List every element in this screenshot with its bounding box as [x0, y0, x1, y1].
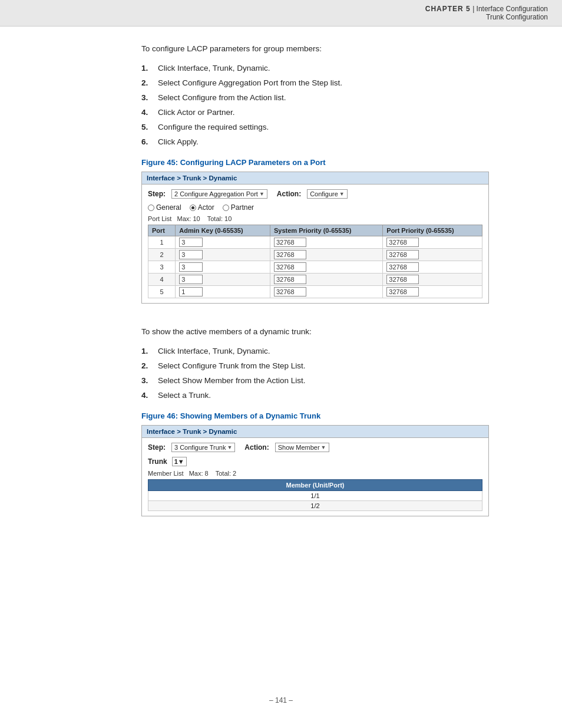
cell-port: 2 [148, 249, 176, 261]
radio-general[interactable]: General [148, 203, 181, 212]
main-content: To configure LACP parameters for group m… [0, 27, 562, 547]
radio-label-actor: Actor [198, 203, 214, 212]
cell-sys-priority[interactable]: 32768 [270, 249, 382, 261]
steps-list-2: 1. Click Interface, Trunk, Dynamic. 2. S… [141, 347, 515, 400]
table-row: 3 3 32768 32768 [148, 261, 482, 274]
header-line2: Trunk Configuration [486, 13, 548, 21]
member-list-header: Member List Max: 8 Total: 2 [148, 470, 482, 477]
step-item: 3. Select Configure from the Action list… [141, 93, 515, 102]
step-item: 3. Select Show Member from the Action Li… [141, 376, 515, 385]
table-row: 1/1 [148, 491, 482, 501]
action-select-46[interactable]: Show Member ▼ [275, 443, 329, 452]
cell-port: 5 [148, 286, 176, 298]
radio-circle-partner [223, 205, 229, 211]
figure-46-label: Figure 46: Showing Members of a Dynamic … [141, 411, 515, 420]
cell-port-priority[interactable]: 32768 [383, 261, 482, 274]
port-table: Port Admin Key (0-65535) System Priority… [148, 225, 482, 298]
panel-title-46: Interface > Trunk > Dynamic [142, 426, 488, 438]
figure-45-panel: Interface > Trunk > Dynamic Step: 2 Conf… [141, 172, 489, 304]
table-row: 4 3 32768 32768 [148, 274, 482, 286]
intro-text-2: To show the active members of a dynamic … [141, 327, 515, 336]
cell-admin-key[interactable]: 3 [176, 274, 270, 286]
cell-admin-key[interactable]: 1 [176, 286, 270, 298]
page-header: CHAPTER 5 | Interface Configuration Trun… [0, 0, 562, 27]
chapter-label: CHAPTER 5 [425, 5, 471, 13]
dropdown-arrow: ▼ [227, 444, 232, 450]
step-item: 4. Click Actor or Partner. [141, 108, 515, 117]
radio-circle-actor [190, 205, 196, 211]
header-separator: | [472, 5, 474, 13]
port-list-header: Port List Max: 10 Total: 10 [148, 215, 482, 222]
cell-port: 1 [148, 236, 176, 249]
table-row: 5 1 32768 32768 [148, 286, 482, 298]
step-label-45: Step: [148, 190, 166, 198]
radio-group-45: General Actor Partner [148, 203, 482, 212]
cell-port-priority[interactable]: 32768 [383, 249, 482, 261]
radio-label-partner: Partner [231, 203, 254, 212]
table-row: 2 3 32768 32768 [148, 249, 482, 261]
steps-list-1: 1. Click Interface, Trunk, Dynamic. 2. S… [141, 64, 515, 146]
step-select-46[interactable]: 3 Configure Trunk ▼ [171, 443, 235, 452]
col-header-sys-priority: System Priority (0-65535) [270, 225, 382, 236]
col-header-admin-key: Admin Key (0-65535) [176, 225, 270, 236]
step-item: 2. Select Configure Aggregation Port fro… [141, 78, 515, 87]
cell-sys-priority[interactable]: 32768 [270, 236, 382, 249]
cell-admin-key[interactable]: 3 [176, 249, 270, 261]
intro-text-1: To configure LACP parameters for group m… [141, 44, 515, 53]
col-header-port-priority: Port Priority (0-65535) [383, 225, 482, 236]
cell-admin-key[interactable]: 3 [176, 236, 270, 249]
step-select-45[interactable]: 2 Configure Aggregation Port ▼ [171, 189, 267, 199]
cell-port: 4 [148, 274, 176, 286]
header-line1: Interface Configuration [477, 5, 548, 13]
step-item: 1. Click Interface, Trunk, Dynamic. [141, 347, 515, 355]
action-select-45[interactable]: Configure ▼ [307, 189, 348, 199]
step-item: 2. Select Configure Trunk from the Step … [141, 361, 515, 370]
table-row: 1/2 [148, 501, 482, 511]
radio-partner[interactable]: Partner [223, 203, 254, 212]
dropdown-arrow: ▼ [178, 458, 184, 465]
dropdown-arrow: ▼ [339, 191, 345, 197]
radio-label-general: General [156, 203, 181, 212]
figure-46-panel: Interface > Trunk > Dynamic Step: 3 Conf… [141, 425, 489, 516]
action-label-46: Action: [244, 443, 269, 452]
cell-sys-priority[interactable]: 32768 [270, 261, 382, 274]
figure-45-label: Figure 45: Configuring LACP Parameters o… [141, 158, 515, 167]
action-label-45: Action: [277, 190, 301, 198]
cell-sys-priority[interactable]: 32768 [270, 274, 382, 286]
radio-circle-general [148, 205, 154, 211]
trunk-label: Trunk [148, 457, 167, 466]
step-row-45: Step: 2 Configure Aggregation Port ▼ Act… [148, 189, 482, 199]
page-number: – 141 – [269, 696, 293, 704]
trunk-select[interactable]: 1 ▼ [172, 457, 187, 466]
cell-member: 1/2 [148, 501, 482, 511]
table-row: 1 3 32768 32768 [148, 236, 482, 249]
col-header-port: Port [148, 225, 176, 236]
cell-sys-priority[interactable]: 32768 [270, 286, 382, 298]
step-label-46: Step: [148, 443, 166, 452]
trunk-row: Trunk 1 ▼ [148, 457, 482, 466]
step-item: 5. Configure the required settings. [141, 123, 515, 131]
panel-title-45: Interface > Trunk > Dynamic [142, 172, 488, 185]
dropdown-arrow: ▼ [259, 191, 265, 197]
step-item: 1. Click Interface, Trunk, Dynamic. [141, 64, 515, 73]
col-header-member: Member (Unit/Port) [148, 480, 482, 491]
cell-member: 1/1 [148, 491, 482, 501]
dropdown-arrow: ▼ [321, 444, 326, 450]
member-table: Member (Unit/Port) 1/11/2 [148, 479, 482, 511]
cell-port-priority[interactable]: 32768 [383, 286, 482, 298]
step-item: 6. Click Apply. [141, 137, 515, 146]
cell-port-priority[interactable]: 32768 [383, 274, 482, 286]
cell-admin-key[interactable]: 3 [176, 261, 270, 274]
cell-port: 3 [148, 261, 176, 274]
radio-actor[interactable]: Actor [190, 203, 214, 212]
cell-port-priority[interactable]: 32768 [383, 236, 482, 249]
step-item: 4. Select a Trunk. [141, 391, 515, 400]
step-row-46: Step: 3 Configure Trunk ▼ Action: Show M… [148, 443, 482, 452]
page-footer: – 141 – [0, 684, 562, 716]
